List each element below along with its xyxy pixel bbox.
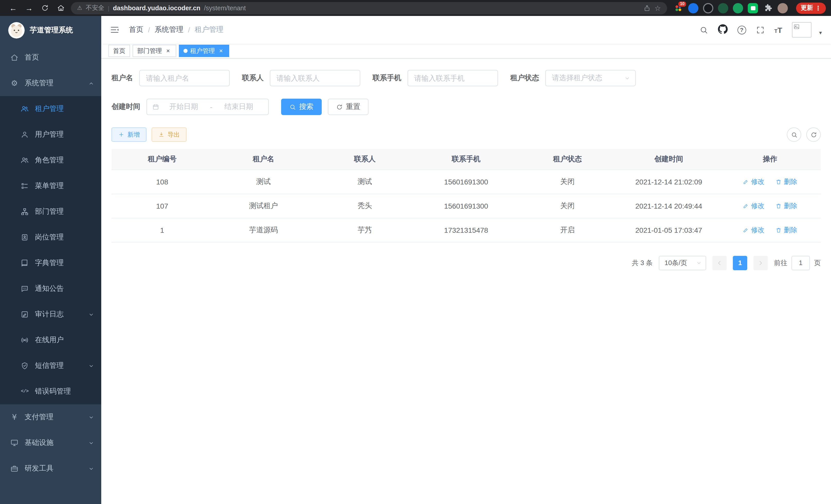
tab-tenant[interactable]: 租户管理 ×: [179, 45, 229, 57]
add-button[interactable]: 新增: [112, 127, 146, 142]
extensions-puzzle-icon[interactable]: [763, 3, 773, 13]
delete-link[interactable]: 删除: [776, 225, 797, 235]
close-icon[interactable]: ×: [218, 47, 225, 55]
cell-created: 2021-01-05 17:03:47: [618, 218, 719, 242]
github-icon[interactable]: [718, 24, 728, 36]
people-icon: [21, 105, 29, 113]
goto-page-input[interactable]: [792, 256, 810, 270]
url-path: /system/tenant: [204, 4, 246, 11]
extension-icon-dark-green[interactable]: [718, 3, 728, 13]
bookmark-star-icon[interactable]: ☆: [655, 4, 661, 11]
phone-input[interactable]: [407, 70, 498, 86]
col-phone: 联系手机: [416, 149, 517, 170]
filter-status: 租户状态 请选择租户状态: [510, 70, 636, 86]
sidebar-item-error-code[interactable]: </> 错误码管理: [0, 379, 101, 404]
cell-status: 关闭: [517, 194, 618, 218]
sidebar-item-system[interactable]: ⚙ 系统管理: [0, 70, 101, 96]
tags-view-bar: 首页 部门管理 × 租户管理 ×: [101, 44, 831, 59]
extension-icon-blue[interactable]: [688, 3, 698, 13]
extension-icon-chat[interactable]: [748, 3, 758, 13]
search-button[interactable]: 搜索: [281, 99, 322, 115]
refresh-table-button[interactable]: [806, 127, 821, 142]
next-page-button[interactable]: [753, 256, 768, 270]
col-created: 创建时间: [618, 149, 719, 170]
caret-down-icon[interactable]: ▼: [818, 31, 823, 37]
avatar[interactable]: [792, 22, 811, 37]
toolbar-right: [787, 127, 821, 142]
person-icon: [21, 130, 29, 139]
sidebar-item-audit-log[interactable]: 审计日志: [0, 302, 101, 327]
address-bar[interactable]: ⚠ 不安全 | dashboard.yudao.iocoder.cn /syst…: [71, 2, 667, 14]
edit-link[interactable]: 修改: [743, 225, 765, 235]
active-dot: [183, 49, 188, 53]
tenant-name-input[interactable]: [139, 70, 230, 86]
breadcrumb-item-home[interactable]: 首页: [129, 25, 143, 34]
warning-icon: ⚠: [77, 5, 82, 11]
table-header-row: 租户编号 租户名 联系人 联系手机 租户状态 创建时间 操作: [112, 149, 821, 170]
shield-icon: [21, 362, 29, 370]
top-navbar: 首页 / 系统管理 / 租户管理 ? TT: [101, 16, 831, 44]
reload-icon[interactable]: [41, 4, 49, 12]
sidebar-item-sms[interactable]: 短信管理: [0, 353, 101, 379]
browser-update-button[interactable]: 更新 ⋮: [796, 2, 826, 13]
back-icon[interactable]: ←: [9, 4, 17, 12]
edit-link[interactable]: 修改: [743, 201, 765, 210]
sidebar-item-dict[interactable]: 字典管理: [0, 250, 101, 276]
date-range-picker[interactable]: 开始日期 - 结束日期: [146, 99, 269, 115]
pencil-icon: [743, 227, 749, 233]
share-icon[interactable]: [644, 4, 651, 11]
refresh-icon: [810, 131, 817, 138]
tab-home[interactable]: 首页: [109, 45, 130, 57]
contact-input[interactable]: [270, 70, 360, 86]
cell-phone: 17321315478: [416, 218, 517, 242]
badge-icon: [21, 233, 29, 241]
sidebar-item-role[interactable]: 角色管理: [0, 147, 101, 173]
home-icon[interactable]: [57, 4, 65, 12]
help-icon[interactable]: ?: [738, 25, 746, 34]
tab-dept[interactable]: 部门管理 ×: [133, 45, 176, 57]
sidebar-item-dept[interactable]: 部门管理: [0, 199, 101, 225]
show-search-button[interactable]: [787, 127, 801, 142]
font-size-icon[interactable]: TT: [774, 26, 782, 34]
sidebar-item-payment[interactable]: ¥ 支付管理: [0, 404, 101, 430]
end-date-placeholder[interactable]: 结束日期: [214, 102, 263, 112]
browser-profile-avatar[interactable]: [778, 3, 788, 13]
chevron-down-icon: [88, 440, 94, 446]
chevron-down-icon: [624, 75, 630, 81]
forward-icon[interactable]: →: [25, 4, 33, 12]
prev-page-button[interactable]: [712, 256, 727, 270]
sidebar-item-online-users[interactable]: 在线用户: [0, 327, 101, 353]
sidebar-item-dev-tools[interactable]: 研发工具: [0, 456, 101, 481]
sidebar-item-tenant[interactable]: 租户管理: [0, 96, 101, 122]
breadcrumb-item-system[interactable]: 系统管理: [155, 25, 183, 34]
status-select[interactable]: 请选择租户状态: [545, 70, 636, 86]
page-size-select[interactable]: 10条/页: [659, 256, 706, 270]
app-logo-area[interactable]: 芋道管理系统: [0, 16, 101, 45]
edit-link[interactable]: 修改: [743, 177, 765, 186]
close-icon[interactable]: ×: [165, 47, 172, 55]
extension-icon-dark-ring[interactable]: [703, 3, 713, 13]
delete-link[interactable]: 删除: [776, 177, 797, 186]
sidebar-item-notice[interactable]: 通知公告: [0, 276, 101, 302]
sidebar-item-infrastructure[interactable]: 基础设施: [0, 430, 101, 456]
filter-row-1: 租户名 联系人 联系手机 租户状态 请选择租户状态: [112, 70, 821, 86]
filter-row-2: 创建时间 开始日期 - 结束日期 搜索 重置: [112, 99, 821, 115]
sidebar-item-user[interactable]: 用户管理: [0, 122, 101, 147]
sidebar-toggle-icon[interactable]: [110, 25, 120, 35]
fullscreen-icon[interactable]: [756, 25, 765, 34]
security-label[interactable]: 不安全: [86, 4, 104, 12]
current-page-button[interactable]: 1: [733, 256, 747, 270]
update-label: 更新: [801, 4, 813, 12]
sidebar-item-post[interactable]: 岗位管理: [0, 225, 101, 250]
col-tenant-id: 租户编号: [112, 149, 213, 170]
sidebar-item-menu[interactable]: 菜单管理: [0, 173, 101, 199]
breadcrumb-separator: /: [148, 26, 150, 34]
search-icon[interactable]: [699, 25, 708, 34]
extension-icon-green[interactable]: [733, 3, 743, 13]
extension-icon-dots[interactable]: 10: [673, 3, 684, 13]
export-button[interactable]: 导出: [152, 127, 187, 142]
start-date-placeholder[interactable]: 开始日期: [159, 102, 208, 112]
sidebar-item-home[interactable]: 首页: [0, 45, 101, 70]
delete-link[interactable]: 删除: [776, 201, 797, 210]
reset-button[interactable]: 重置: [328, 99, 369, 115]
